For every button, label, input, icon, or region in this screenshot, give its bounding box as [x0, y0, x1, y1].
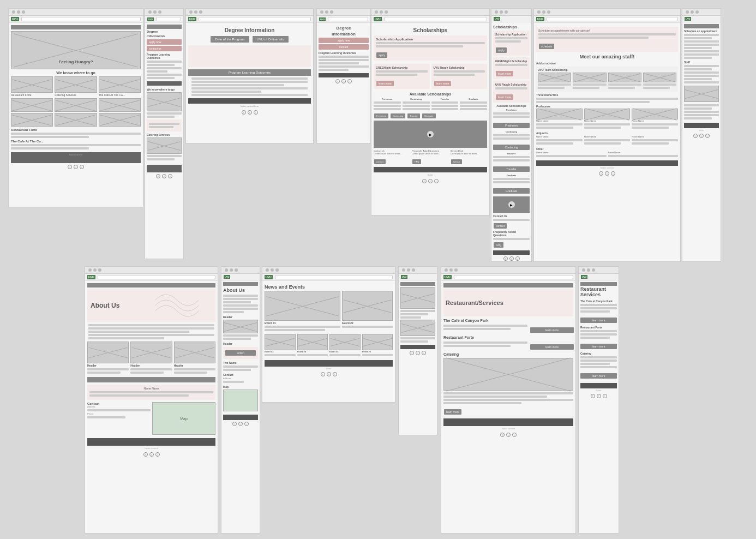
contact-btn[interactable]: contact	[319, 44, 369, 50]
text	[684, 78, 712, 80]
text	[147, 112, 182, 115]
col-graduate: Graduate	[460, 98, 487, 111]
url-bar[interactable]	[199, 17, 311, 21]
text	[376, 45, 463, 47]
apply-btn[interactable]: apply now	[319, 38, 369, 43]
text	[584, 123, 631, 125]
forte-btn[interactable]: learn more	[530, 344, 574, 350]
event-2-img	[342, 291, 393, 321]
date-btn[interactable]: Date of the Program	[211, 36, 249, 43]
text	[643, 83, 676, 86]
btn-grad[interactable]: Graduate	[422, 113, 436, 118]
card-content: Feeling Hungry? We know where to go Rest…	[9, 23, 143, 173]
footer-bar	[580, 383, 617, 388]
url-bar[interactable]	[547, 17, 678, 21]
btn[interactable]: learn more	[496, 94, 513, 100]
url-bar[interactable]	[98, 275, 215, 279]
prof-img	[584, 109, 631, 119]
url-bar[interactable]	[21, 17, 141, 21]
titlebar-6	[491, 9, 531, 16]
cafe-mobile-btn[interactable]: learn more	[580, 318, 617, 323]
text	[223, 301, 251, 303]
text	[223, 381, 244, 383]
dot	[375, 10, 378, 14]
contact-btn[interactable]: contact	[374, 159, 386, 164]
btn[interactable]: learn more	[496, 71, 513, 76]
text	[580, 366, 617, 368]
btn-cont[interactable]: Continuing	[493, 145, 530, 150]
col-header: Freshmen	[493, 109, 530, 111]
contact-text: Frequently Asked QuestionsLorem ipsum do…	[412, 149, 448, 155]
card-about-desktop: UVU About Us	[85, 266, 218, 534]
staff-img	[573, 73, 606, 82]
dot	[380, 10, 383, 14]
team-grid	[538, 73, 676, 90]
text	[632, 127, 669, 129]
play-button[interactable]: ▶	[508, 201, 515, 208]
apply-btn[interactable]: UVU of Online Info	[253, 36, 289, 43]
dot	[235, 268, 238, 272]
btn[interactable]: learn more	[376, 81, 394, 86]
titlebar-8	[682, 9, 721, 16]
cafe-btn[interactable]: learn more	[530, 327, 574, 333]
faq-btn[interactable]: FAQ	[412, 159, 421, 164]
schedule-btn[interactable]: schedule	[539, 44, 554, 49]
url-bar[interactable]	[275, 275, 393, 279]
img-item-1: Header	[87, 342, 129, 375]
btn-grad[interactable]: Graduate	[493, 188, 530, 194]
address: Address	[87, 405, 151, 408]
apply-btn[interactable]: apply	[376, 52, 387, 58]
btn-trans[interactable]: Transfer	[493, 166, 530, 172]
btn-2[interactable]: contact us	[147, 46, 182, 51]
apply-btn[interactable]: apply	[496, 47, 507, 53]
faq-mobile: Frequently Asked Questions FAQ	[493, 230, 530, 248]
app-title: Scholarship Application	[376, 38, 485, 41]
play-button[interactable]: ▶	[427, 131, 434, 137]
dot	[449, 268, 453, 272]
text	[87, 368, 129, 370]
btn-cont[interactable]: Continuing	[391, 113, 405, 118]
staff-1	[538, 73, 571, 90]
faq-btn[interactable]: FAQ	[494, 242, 503, 248]
more-grid-2	[11, 113, 141, 127]
url-bar[interactable]	[454, 275, 573, 279]
dot	[194, 10, 197, 14]
forte-mobile-btn[interactable]: learn more	[580, 344, 617, 349]
text	[684, 34, 719, 36]
event-2-item: Event #2	[342, 291, 393, 332]
titlebar-12	[399, 267, 437, 274]
text	[443, 342, 527, 344]
text	[580, 363, 610, 365]
dot	[686, 10, 689, 14]
pink-sec	[147, 119, 182, 131]
adj-name: Name Name	[632, 135, 678, 138]
text	[443, 328, 511, 330]
twitter-icon: t	[428, 179, 433, 183]
btn-1[interactable]: apply now	[147, 39, 182, 45]
text	[684, 117, 712, 119]
catering-section: Catering learn more	[443, 352, 573, 415]
catering-mobile-btn[interactable]: learn more	[580, 373, 617, 379]
cafe-section: The Cafe At The Ca...	[11, 140, 141, 149]
about-img-2	[130, 342, 172, 363]
btn-fresh[interactable]: Freshmen	[374, 113, 388, 118]
contact-btn[interactable]: contact	[494, 223, 507, 229]
url-bar[interactable]	[156, 17, 181, 21]
url-bar[interactable]	[384, 17, 487, 21]
text	[684, 44, 719, 46]
action-btn[interactable]: action	[225, 350, 256, 356]
url-bar[interactable]	[328, 17, 368, 21]
titlebar-11	[262, 267, 395, 274]
btn-fresh[interactable]: Freshmen	[493, 123, 530, 128]
catering-btn[interactable]: learn more	[444, 409, 461, 415]
browser-header: UVU	[186, 16, 313, 23]
card-content: About Us Hea	[85, 281, 218, 460]
service-btn[interactable]: service	[451, 159, 463, 164]
titlebar-1	[9, 9, 143, 16]
btn-trans[interactable]: Transfer	[407, 113, 420, 118]
text	[632, 142, 669, 145]
text	[191, 87, 308, 89]
btn[interactable]: learn more	[434, 81, 452, 86]
text	[684, 47, 712, 49]
twitter-icon: t	[699, 134, 704, 138]
